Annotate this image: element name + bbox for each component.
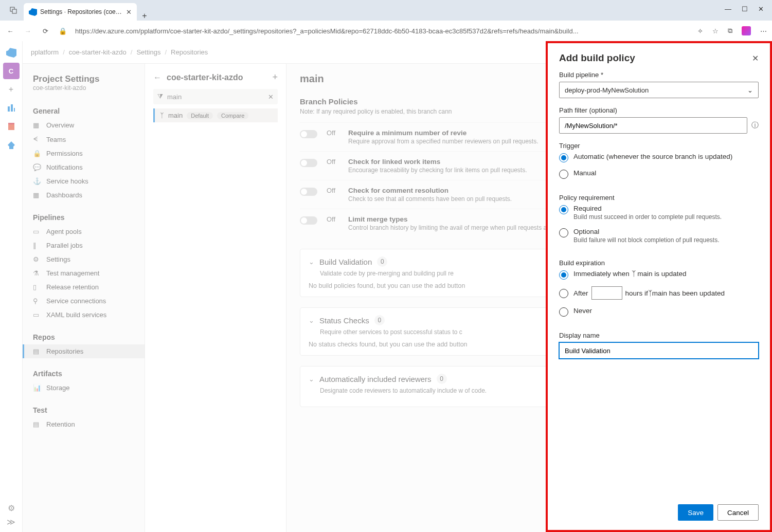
chevron-down-icon: ⌄ bbox=[747, 86, 753, 94]
radio-checked-icon bbox=[559, 153, 568, 162]
address-bar[interactable]: https://dev.azure.com/pplatform/coe-star… bbox=[75, 27, 690, 35]
cancel-button[interactable]: Cancel bbox=[717, 504, 759, 521]
add-build-policy-panel: Add build policy ✕ Build pipeline * depl… bbox=[546, 41, 772, 532]
browser-tab[interactable]: Settings · Repositories (coe-start ✕ bbox=[24, 3, 137, 21]
browser-back-button[interactable]: ← bbox=[5, 27, 15, 35]
expire-immediate-radio[interactable]: Immediately when ᛉ main is updated bbox=[559, 270, 759, 279]
display-name-input[interactable] bbox=[559, 342, 759, 359]
trigger-label: Trigger bbox=[559, 142, 759, 150]
info-icon[interactable]: ⓘ bbox=[751, 121, 759, 130]
radio-checked-icon bbox=[559, 205, 568, 214]
tab-title: Settings · Repositories (coe-start bbox=[40, 8, 123, 15]
path-filter-input[interactable] bbox=[559, 117, 747, 134]
required-radio[interactable]: RequiredBuild must succeed in order to c… bbox=[559, 205, 759, 221]
branch-icon: ᛉ bbox=[648, 289, 652, 297]
tab-actions-icon[interactable] bbox=[3, 0, 24, 21]
new-tab-button[interactable]: + bbox=[137, 11, 152, 21]
trigger-manual-radio[interactable]: Manual bbox=[559, 169, 759, 178]
build-pipeline-select[interactable]: deploy-prod-MyNewSolution ⌄ bbox=[559, 82, 759, 98]
close-icon[interactable]: ✕ bbox=[752, 53, 759, 63]
display-name-label: Display name bbox=[559, 332, 759, 339]
radio-icon bbox=[559, 307, 568, 317]
view-site-info-icon[interactable]: ✧ bbox=[697, 27, 703, 35]
trigger-automatic-radio[interactable]: Automatic (whenever the source branch is… bbox=[559, 153, 759, 162]
radio-icon bbox=[559, 289, 568, 298]
azure-devops-icon bbox=[29, 8, 37, 16]
path-label: Path filter (optional) bbox=[559, 106, 759, 114]
window-close-icon[interactable]: ✕ bbox=[758, 5, 764, 13]
radio-icon bbox=[559, 228, 568, 237]
collections-icon[interactable]: ⧉ bbox=[728, 27, 732, 35]
tab-close-icon[interactable]: ✕ bbox=[126, 8, 132, 16]
browser-forward-button: → bbox=[23, 27, 33, 35]
panel-title: Add build policy bbox=[559, 52, 752, 64]
policy-req-label: Policy requirement bbox=[559, 194, 759, 201]
radio-checked-icon bbox=[559, 270, 568, 280]
pipeline-label: Build pipeline * bbox=[559, 71, 759, 79]
expire-after-radio[interactable]: After hours if ᛉ main has been updated bbox=[559, 286, 759, 300]
expire-never-radio[interactable]: Never bbox=[559, 307, 759, 316]
window-maximize-icon[interactable]: ☐ bbox=[742, 5, 748, 13]
svg-rect-1 bbox=[12, 9, 16, 13]
expiration-label: Build expiration bbox=[559, 259, 759, 267]
save-button[interactable]: Save bbox=[678, 504, 713, 521]
site-info-icon[interactable]: 🔒 bbox=[58, 27, 68, 35]
browser-refresh-button[interactable]: ⟳ bbox=[40, 27, 50, 35]
optional-radio[interactable]: OptionalBuild failure will not block com… bbox=[559, 228, 759, 244]
browser-menu-icon[interactable]: ⋯ bbox=[760, 27, 767, 35]
profile-avatar[interactable] bbox=[742, 26, 751, 35]
window-minimize-icon[interactable]: — bbox=[725, 5, 731, 13]
branch-icon: ᛉ bbox=[632, 270, 636, 278]
hours-input[interactable] bbox=[591, 286, 622, 300]
radio-icon bbox=[559, 170, 568, 179]
favorites-icon[interactable]: ☆ bbox=[712, 27, 719, 35]
